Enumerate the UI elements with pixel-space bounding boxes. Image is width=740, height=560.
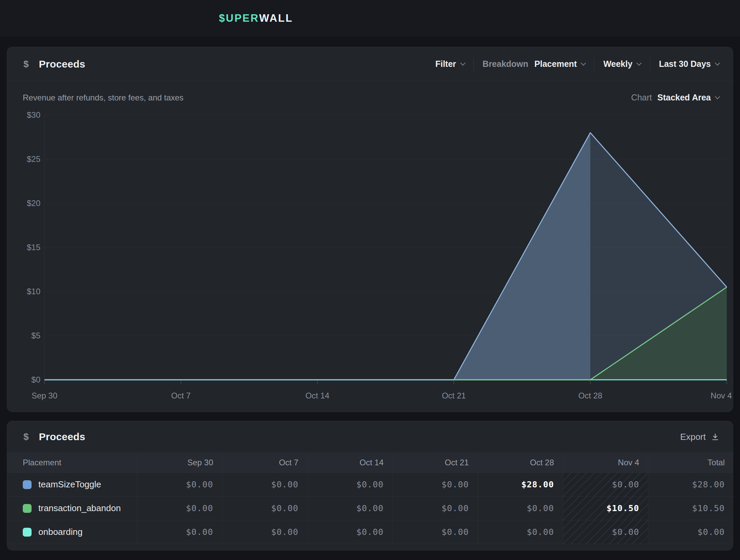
chevron-down-icon xyxy=(636,60,642,66)
column-header-oct-14: Oct 14 xyxy=(308,452,393,473)
superwall-logo: $UPERWALL xyxy=(219,0,293,37)
table-cell: $0.00 xyxy=(137,520,222,544)
download-icon xyxy=(711,433,719,441)
series-color-swatch xyxy=(23,528,32,537)
chevron-down-icon xyxy=(581,60,586,66)
y-tick-label: $25 xyxy=(10,154,40,164)
column-header-placement: Placement xyxy=(7,452,137,473)
breakdown-dropdown-value: Placement xyxy=(534,59,577,69)
table-row-label: transaction_abandon xyxy=(7,497,137,520)
table-cell: $0.00 xyxy=(308,473,393,497)
table-cell: $0.00 xyxy=(137,497,222,520)
divider xyxy=(594,58,594,71)
interval-dropdown[interactable]: Weekly xyxy=(603,59,641,69)
export-button-label: Export xyxy=(680,432,706,442)
export-button[interactable]: Export xyxy=(680,432,719,442)
column-header-oct-21: Oct 21 xyxy=(393,452,478,473)
table-cell: $0.00 xyxy=(308,520,393,544)
chart-type-dropdown[interactable]: Chart Stacked Area xyxy=(631,93,719,102)
chart-subheader: Revenue after refunds, store fees, and t… xyxy=(7,81,733,102)
table-cell: $0.00 xyxy=(393,473,478,497)
y-tick-label: $15 xyxy=(10,242,40,253)
breakdown-dropdown-label: Breakdown xyxy=(483,59,529,69)
proceeds-table-panel: $ Proceeds Export PlacementSep 30Oct 7Oc… xyxy=(7,421,733,550)
y-tick-label: $30 xyxy=(10,110,40,120)
breakdown-dropdown[interactable]: Breakdown Placement xyxy=(483,59,586,69)
table-cell: $0.00 xyxy=(222,497,308,520)
y-tick-label: $5 xyxy=(10,331,40,341)
logo-suffix: WALL xyxy=(259,12,293,24)
y-tick-label: $0 xyxy=(10,375,40,385)
placement-name: teamSizeToggle xyxy=(38,479,101,490)
placement-name: onboarding xyxy=(38,527,82,537)
table-row-label: onboarding xyxy=(7,520,137,544)
table-panel-title: Proceeds xyxy=(39,431,86,443)
chevron-down-icon xyxy=(715,60,720,66)
proceeds-table: PlacementSep 30Oct 7Oct 14Oct 21Oct 28No… xyxy=(7,452,733,544)
x-tick-label: Oct 21 xyxy=(420,391,488,401)
table-cell: $28.00 xyxy=(478,473,563,497)
dollar-icon: $ xyxy=(23,59,29,70)
x-tick-label: Oct 28 xyxy=(556,391,624,401)
chart-subtitle: Revenue after refunds, store fees, and t… xyxy=(23,93,184,102)
x-tick-label: Oct 7 xyxy=(147,391,215,401)
divider xyxy=(474,58,474,71)
proceeds-chart[interactable] xyxy=(44,115,727,380)
date-range-dropdown[interactable]: Last 30 Days xyxy=(659,59,719,69)
chart-type-dropdown-label: Chart xyxy=(631,93,652,102)
divider xyxy=(650,58,650,71)
logo-prefix: $UPER xyxy=(219,12,259,24)
proceeds-chart-panel: $ Proceeds Filter Breakdown Placement We… xyxy=(7,47,733,412)
area-teamSizeToggle xyxy=(44,133,590,380)
chart-type-dropdown-value: Stacked Area xyxy=(658,93,711,102)
table-cell-total: $10.50 xyxy=(648,497,733,520)
x-tick-label: Oct 14 xyxy=(283,391,351,401)
x-tick-label: Nov 4 xyxy=(664,391,732,401)
proceeds-chart-svg xyxy=(44,115,727,380)
table-panel-header: $ Proceeds Export xyxy=(7,421,733,452)
chart-panel-header: $ Proceeds Filter Breakdown Placement We… xyxy=(7,47,733,81)
chart-filter-bar: Filter Breakdown Placement Weekly Last 3… xyxy=(435,58,719,71)
date-range-dropdown-value: Last 30 Days xyxy=(659,59,711,69)
filter-dropdown[interactable]: Filter xyxy=(435,59,464,69)
series-color-swatch xyxy=(23,480,32,489)
column-header-oct-28: Oct 28 xyxy=(478,452,563,473)
table-cell: $0.00 xyxy=(137,473,222,497)
table-cell: $10.50 xyxy=(563,497,648,520)
table-cell: $0.00 xyxy=(563,520,648,544)
table-cell: $0.00 xyxy=(308,497,393,520)
interval-dropdown-value: Weekly xyxy=(603,59,632,69)
dollar-icon: $ xyxy=(23,431,29,442)
column-header-total: Total xyxy=(648,452,733,473)
table-cell-total: $28.00 xyxy=(648,473,733,497)
table-cell: $0.00 xyxy=(222,520,308,544)
table-cell: $0.00 xyxy=(563,473,648,497)
x-tick-label: Sep 30 xyxy=(11,391,78,401)
topbar: $UPERWALL xyxy=(0,0,740,37)
y-tick-label: $20 xyxy=(10,198,40,208)
column-header-sep-30: Sep 30 xyxy=(137,452,222,473)
series-color-swatch xyxy=(23,504,32,513)
chevron-down-icon xyxy=(715,94,720,99)
chart-panel-title: Proceeds xyxy=(39,58,86,70)
table-cell: $0.00 xyxy=(393,497,478,520)
chevron-down-icon xyxy=(460,60,465,66)
table-cell: $0.00 xyxy=(222,473,308,497)
filter-dropdown-label: Filter xyxy=(435,59,456,69)
table-cell: $0.00 xyxy=(478,520,563,544)
column-header-nov-4: Nov 4 xyxy=(563,452,648,473)
table-cell: $0.00 xyxy=(393,520,478,544)
y-tick-label: $10 xyxy=(10,286,40,297)
placement-name: transaction_abandon xyxy=(38,503,121,514)
table-row-label: teamSizeToggle xyxy=(7,473,137,497)
column-header-oct-7: Oct 7 xyxy=(222,452,308,473)
table-cell-total: $0.00 xyxy=(648,520,733,544)
table-cell: $0.00 xyxy=(478,497,563,520)
